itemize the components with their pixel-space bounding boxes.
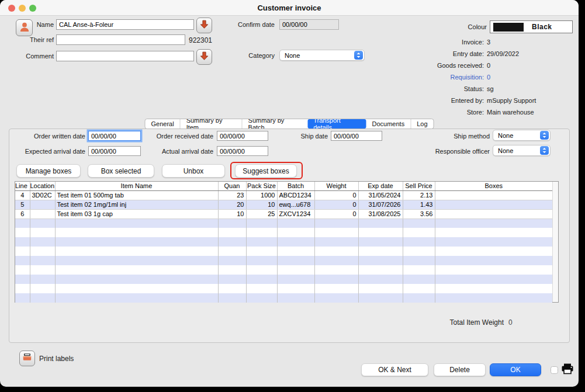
category-select[interactable]: None [279, 50, 365, 61]
empty-row [15, 256, 552, 265]
ship-method-value: None [498, 132, 540, 139]
info-entered-by: Entered by:mSupply Support [362, 95, 555, 106]
box-selected-button[interactable]: Box selected [88, 164, 154, 178]
actual-arrival-date-label: Actual arrival date [117, 148, 213, 155]
tab-transport-details[interactable]: Transport details [307, 119, 366, 129]
col-line[interactable]: Line [15, 182, 30, 190]
colour-swatch [493, 23, 524, 32]
popup-stepper-icon [540, 131, 549, 140]
col-batch[interactable]: Batch [277, 182, 314, 190]
manage-boxes-button[interactable]: Manage boxes [16, 164, 81, 178]
info-invoice: Invoice:3 [362, 36, 555, 48]
info-goods-received: Goods received:0 [362, 60, 555, 71]
actual-arrival-date-input[interactable] [217, 146, 268, 156]
colour-name: Black [532, 23, 552, 31]
ok-button[interactable]: OK [490, 363, 541, 376]
tab-summary-by-batch[interactable]: Summary by Batch [242, 119, 308, 129]
their-ref-input[interactable] [56, 34, 185, 45]
empty-row [15, 237, 552, 247]
total-item-weight-value: 0 [508, 318, 513, 327]
order-written-date-label: Order written date [0, 133, 85, 140]
col-item-name[interactable]: Item Name [55, 182, 218, 190]
printer-icon [22, 352, 33, 365]
responsible-officer-select[interactable]: None [493, 145, 551, 156]
name-input[interactable] [56, 19, 194, 30]
col-quan[interactable]: Quan [218, 182, 246, 190]
colour-picker[interactable]: Black [490, 20, 573, 33]
category-value: None [285, 52, 354, 59]
responsible-officer-value: None [498, 147, 540, 154]
confirm-date-field [279, 19, 339, 30]
empty-row [15, 228, 552, 237]
title-bar: Customer invoice [0, 0, 579, 16]
unbox-button[interactable]: Unbox [162, 164, 225, 178]
ok-next-button[interactable]: OK & Next [361, 363, 428, 376]
empty-row [15, 247, 552, 256]
invoice-tabbar: General Summary by Item Summary by Batch… [145, 119, 434, 129]
tab-summary-by-item[interactable]: Summary by Item [180, 119, 242, 129]
print-labels-button[interactable] [19, 351, 35, 366]
table-row[interactable]: 6 Test item 03 1g cap 10 25 ZXCV1234 0 3… [15, 209, 552, 218]
tab-general[interactable]: General [146, 119, 180, 129]
empty-row [15, 265, 552, 275]
info-requisition-link[interactable]: Requisition:0 [362, 71, 555, 83]
empty-row [15, 293, 552, 303]
expected-arrival-date-label: Expected arrival date [0, 148, 85, 155]
print-labels-label: Print labels [39, 355, 74, 363]
confirm-date-label: Confirm date [193, 21, 275, 28]
name-label: Name [0, 21, 54, 28]
invoice-info-list: Invoice:3 Entry date:29/09/2022 Goods re… [362, 36, 555, 118]
delete-button[interactable]: Delete [434, 363, 486, 376]
ship-date-input[interactable] [331, 131, 382, 141]
invoice-lines-table: Line Location Item Name Quan Pack Size B… [15, 181, 559, 303]
print-icon[interactable] [560, 362, 574, 379]
category-label: Category [193, 52, 275, 59]
comment-input[interactable] [56, 51, 194, 61]
order-received-date-input[interactable] [217, 131, 268, 141]
comment-label: Comment [0, 53, 54, 60]
col-boxes[interactable]: Boxes [435, 182, 552, 190]
window-title: Customer invoice [0, 4, 579, 12]
col-pack-size[interactable]: Pack Size [246, 182, 277, 190]
total-item-weight-label: Total Item Weight [374, 318, 504, 327]
popup-stepper-icon [354, 51, 363, 60]
col-sell-price[interactable]: Sell Price [403, 182, 435, 190]
colour-label: Colour [427, 23, 487, 30]
info-store: Store:Main warehouse [362, 106, 555, 118]
customer-invoice-window: Customer invoice Name Their ref 922301 C… [0, 0, 579, 387]
ship-method-label: Ship method [403, 133, 490, 140]
ship-method-select[interactable]: None [493, 130, 551, 141]
empty-row [15, 218, 552, 228]
order-received-date-label: Order received date [117, 133, 213, 140]
tab-log[interactable]: Log [410, 119, 433, 129]
info-status: Status:sg [362, 83, 555, 95]
empty-row [15, 275, 552, 284]
responsible-officer-label: Responsible officer [403, 148, 490, 155]
tab-documents[interactable]: Documents [366, 119, 411, 129]
invoice-ref-number: 922301 [189, 36, 212, 44]
suggest-boxes-button[interactable]: Suggest boxes [235, 164, 297, 178]
table-scrollbar[interactable] [552, 182, 558, 302]
print-checkbox[interactable] [551, 366, 558, 374]
table-row[interactable]: 5 Test item 02 1mg/1ml inj 20 10 ewq...u… [15, 200, 552, 209]
col-exp-date[interactable]: Exp date [358, 182, 403, 190]
their-ref-label: Their ref [0, 36, 54, 43]
ship-date-label: Ship date [263, 133, 328, 140]
col-location[interactable]: Location [30, 182, 55, 190]
empty-row [15, 284, 552, 293]
info-entry-date: Entry date:29/09/2022 [362, 48, 555, 60]
table-row[interactable]: 4 3D02C Test item 01 500mg tab 23 1000 A… [15, 190, 552, 200]
col-weight[interactable]: Weight [314, 182, 358, 190]
popup-stepper-icon [540, 146, 549, 155]
table-header-row: Line Location Item Name Quan Pack Size B… [15, 182, 552, 190]
